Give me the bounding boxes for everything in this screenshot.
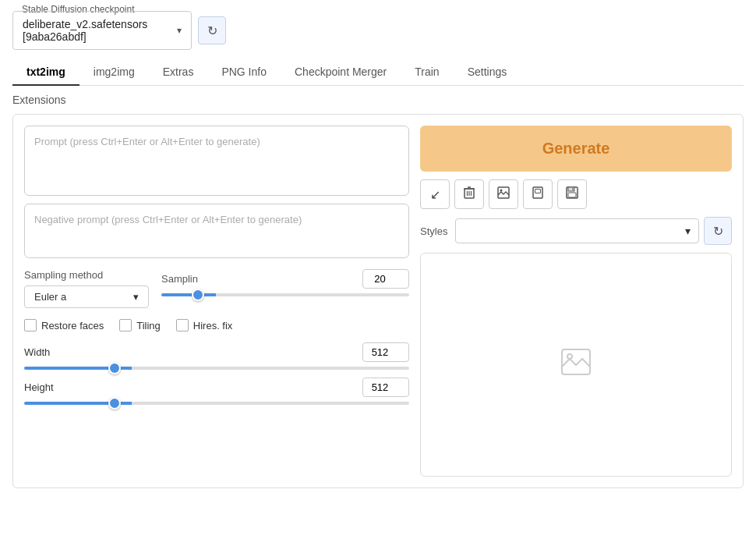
negative-prompt-input[interactable]: Negative prompt (press Ctrl+Enter or Alt… (24, 204, 409, 258)
tabs-row: txt2img img2img Extras PNG Info Checkpoi… (12, 59, 744, 86)
trash-button[interactable] (454, 179, 484, 209)
page-button[interactable] (523, 179, 553, 209)
negative-prompt-placeholder: Negative prompt (press Ctrl+Enter or Alt… (34, 214, 302, 225)
extensions-link[interactable]: Extensions (12, 89, 744, 114)
svg-rect-12 (568, 193, 576, 197)
save-icon (566, 186, 578, 202)
width-input[interactable] (362, 342, 409, 362)
prompt-placeholder: Prompt (press Ctrl+Enter or Alt+Enter to… (34, 136, 260, 147)
sampling-method-group: Sampling method Euler a ▾ (24, 269, 149, 308)
sampling-steps-label: Samplin (161, 273, 198, 285)
tab-train[interactable]: Train (401, 59, 453, 86)
tiling-label: Tiling (136, 320, 161, 332)
svg-point-7 (500, 190, 503, 192)
height-group: Height (24, 378, 409, 405)
svg-rect-9 (535, 190, 541, 193)
sampling-method-select[interactable]: Euler a ▾ (24, 285, 149, 308)
width-slider[interactable] (24, 367, 409, 370)
hires-fix-label: Hires. fix (193, 320, 233, 332)
reload-styles-icon: ↻ (713, 224, 723, 239)
tiling-box (119, 319, 132, 332)
width-label: Width (24, 346, 50, 358)
tab-checkpoint-merger[interactable]: Checkpoint Merger (281, 59, 401, 86)
output-placeholder-icon (560, 348, 592, 381)
styles-select[interactable]: ▾ (455, 218, 699, 243)
sampling-steps-input[interactable] (362, 269, 409, 289)
tab-img2img[interactable]: img2img (79, 59, 149, 86)
height-input[interactable] (362, 378, 409, 397)
right-panel: Generate ↙ (420, 126, 732, 477)
height-label: Height (24, 381, 54, 393)
save-button[interactable] (557, 179, 587, 209)
image-frame-icon (497, 186, 510, 202)
chevron-down-icon: ▾ (177, 25, 182, 36)
hires-fix-box (176, 319, 189, 332)
restore-faces-checkbox[interactable]: Restore faces (24, 319, 104, 332)
sampling-steps-slider[interactable] (161, 293, 409, 296)
tab-png-info[interactable]: PNG Info (207, 59, 281, 86)
hires-fix-checkbox[interactable]: Hires. fix (176, 319, 233, 332)
restore-faces-box (24, 319, 37, 332)
tab-txt2img[interactable]: txt2img (12, 59, 79, 86)
image-frame-button[interactable] (489, 179, 518, 209)
prompt-input[interactable]: Prompt (press Ctrl+Enter or Alt+Enter to… (24, 126, 409, 196)
sampling-method-chevron-icon: ▾ (133, 291, 139, 303)
checkboxes-row: Restore faces Tiling Hires. fix (24, 319, 409, 332)
styles-row: Styles ▾ ↻ (420, 217, 732, 245)
sampling-method-value: Euler a (34, 291, 66, 303)
expand-icon-button[interactable]: ↙ (420, 179, 450, 209)
svg-rect-11 (568, 187, 574, 191)
styles-label: Styles (420, 225, 447, 237)
checkpoint-select[interactable]: deliberate_v2.safetensors [9aba26abdf] ▾ (12, 11, 192, 50)
height-slider[interactable] (24, 402, 409, 405)
reload-styles-button[interactable]: ↻ (704, 217, 732, 245)
sampling-row: Sampling method Euler a ▾ Samplin (24, 269, 409, 308)
checkpoint-value: deliberate_v2.safetensors [9aba26abdf] (23, 18, 177, 43)
page-icon (532, 186, 543, 202)
svg-point-15 (567, 354, 572, 359)
sampling-method-label: Sampling method (24, 269, 149, 281)
controls-section: Sampling method Euler a ▾ Samplin (24, 269, 409, 413)
generate-button[interactable]: Generate (420, 126, 732, 172)
width-group: Width (24, 342, 409, 370)
action-icons-row: ↙ (420, 179, 732, 209)
arrow-expand-icon: ↙ (430, 187, 440, 202)
output-area (420, 253, 732, 477)
sampling-steps-group: Samplin (161, 269, 409, 296)
trash-icon (463, 186, 475, 203)
reload-icon: ↻ (207, 23, 217, 38)
main-content: Prompt (press Ctrl+Enter or Alt+Enter to… (12, 114, 744, 488)
left-panel: Prompt (press Ctrl+Enter or Alt+Enter to… (24, 126, 409, 477)
tab-extras[interactable]: Extras (149, 59, 208, 86)
tab-settings[interactable]: Settings (454, 59, 521, 86)
reload-checkpoint-button[interactable]: ↻ (198, 16, 226, 44)
tiling-checkbox[interactable]: Tiling (119, 319, 161, 332)
restore-faces-label: Restore faces (41, 320, 104, 332)
styles-chevron-icon: ▾ (685, 225, 691, 237)
